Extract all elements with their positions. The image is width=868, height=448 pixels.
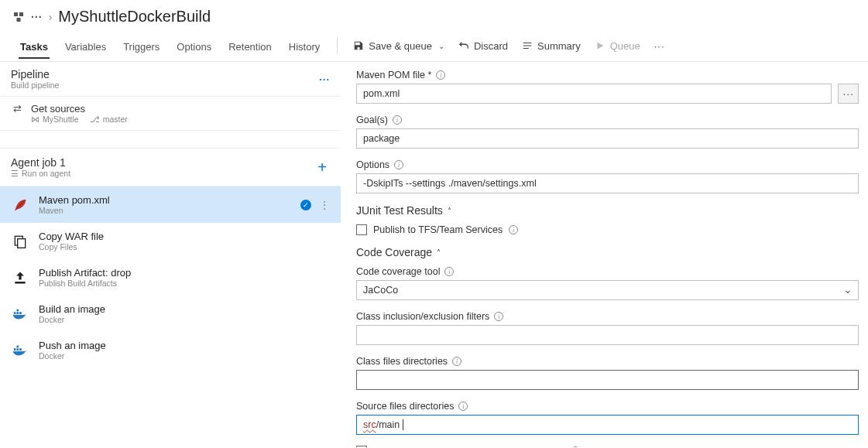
agent-list-icon: ☰	[11, 169, 19, 178]
source-dirs-input[interactable]: src/main	[356, 415, 859, 435]
tabs-bar: Tasks Variables Triggers Options Retenti…	[0, 30, 868, 61]
discard-label: Discard	[474, 40, 508, 52]
info-icon[interactable]: i	[436, 70, 445, 80]
task-push-image[interactable]: Push an image Docker	[0, 332, 341, 368]
feather-icon	[11, 196, 29, 214]
class-filters-input[interactable]	[356, 325, 859, 345]
pipeline-menu-button[interactable]: ···	[319, 74, 330, 85]
undo-icon	[458, 40, 469, 51]
class-dirs-input[interactable]	[356, 370, 859, 390]
class-dirs-label: Class files directories	[356, 356, 448, 367]
info-icon[interactable]: i	[444, 267, 454, 276]
docker-icon	[11, 305, 29, 323]
chevron-up-icon: ˄	[448, 207, 451, 215]
repo-chip: ⋈MyShuttle	[31, 115, 79, 124]
tab-tasks[interactable]: Tasks	[12, 33, 56, 59]
svg-rect-1	[19, 12, 23, 16]
publish-tfs-checkbox[interactable]	[356, 224, 367, 235]
coverage-tool-select[interactable]: JaCoCo	[356, 280, 859, 300]
get-sources-node[interactable]: ⇄ Get sources ⋈MyShuttle ⎇master	[0, 97, 341, 131]
breadcrumb-more-icon[interactable]: ···	[31, 11, 43, 23]
publish-tfs-label: Publish to TFS/Team Services	[373, 224, 503, 235]
summary-label: Summary	[537, 40, 581, 52]
source-dirs-label: Source files directories	[356, 401, 454, 412]
info-icon[interactable]: i	[452, 357, 461, 366]
goals-label: Goal(s)	[356, 115, 388, 125]
structure-gap	[0, 131, 341, 148]
play-icon	[595, 40, 606, 51]
task-publish-artifact[interactable]: Publish Artifact: drop Publish Build Art…	[0, 259, 341, 296]
vsts-icon: ⋈	[31, 115, 39, 124]
task-subtitle: Publish Build Artifacts	[39, 279, 131, 288]
svg-rect-8	[19, 312, 22, 314]
tab-retention[interactable]: Retention	[221, 33, 280, 59]
discard-button[interactable]: Discard	[452, 37, 514, 55]
summary-button[interactable]: Summary	[516, 37, 587, 55]
chevron-right-icon: ›	[49, 11, 53, 23]
info-icon[interactable]: i	[458, 402, 468, 411]
queue-label: Queue	[610, 40, 640, 52]
queue-button[interactable]: Queue	[588, 37, 647, 55]
task-subtitle: Maven	[39, 206, 110, 215]
agent-job-title: Agent job 1	[11, 156, 70, 169]
svg-rect-5	[15, 282, 25, 284]
agent-job-node[interactable]: Agent job 1 ☰Run on agent +	[0, 148, 341, 186]
task-build-image[interactable]: Build an image Docker	[0, 296, 341, 332]
info-icon[interactable]: i	[393, 115, 402, 125]
svg-rect-4	[18, 238, 26, 248]
tab-variables[interactable]: Variables	[57, 33, 114, 59]
pipeline-root-icon[interactable]	[12, 11, 25, 23]
options-label: Options	[356, 159, 389, 170]
task-subtitle: Docker	[39, 315, 105, 324]
add-task-button[interactable]: +	[314, 159, 330, 176]
upload-icon	[11, 268, 29, 287]
svg-rect-7	[16, 312, 19, 314]
junit-section-header[interactable]: JUnit Test Results˄	[356, 204, 859, 217]
info-icon[interactable]: i	[571, 446, 580, 447]
field-goals: Goal(s) i	[356, 115, 859, 149]
agent-job-subtitle: ☰Run on agent	[11, 169, 70, 178]
svg-rect-2	[17, 18, 21, 22]
field-source-dirs: Source files directories i src/main	[356, 401, 859, 435]
pipeline-structure-pane: Pipeline Build pipeline ··· ⇄ Get source…	[0, 62, 341, 447]
svg-rect-10	[14, 348, 16, 351]
info-icon[interactable]: i	[509, 225, 518, 234]
coverage-section-header[interactable]: Code Coverage˄	[356, 246, 859, 258]
svg-rect-12	[19, 348, 22, 351]
browse-button[interactable]: ···	[838, 84, 859, 104]
drag-handle-icon[interactable]: ⋮	[319, 199, 330, 211]
get-sources-label: Get sources	[31, 103, 85, 115]
save-icon	[353, 40, 364, 51]
class-filters-label: Class inclusion/exclusion filters	[356, 311, 489, 322]
pom-file-input[interactable]	[356, 84, 832, 104]
goals-input[interactable]	[356, 128, 859, 149]
text-cursor	[400, 419, 403, 430]
options-input[interactable]	[356, 173, 859, 193]
fail-missing-label: Fail when code coverage results are miss…	[373, 446, 564, 447]
task-title: Publish Artifact: drop	[39, 267, 131, 279]
pipeline-node[interactable]: Pipeline Build pipeline ···	[0, 62, 341, 97]
tab-triggers[interactable]: Triggers	[115, 33, 167, 59]
tab-history[interactable]: History	[281, 33, 328, 59]
more-actions-button[interactable]: ···	[648, 37, 671, 55]
task-subtitle: Docker	[39, 351, 106, 361]
pipeline-subtitle: Build pipeline	[11, 80, 59, 90]
task-maven[interactable]: Maven pom.xml Maven ✓ ⋮	[0, 186, 341, 223]
svg-rect-6	[14, 312, 16, 314]
task-title: Copy WAR file	[39, 231, 104, 242]
info-icon[interactable]: i	[394, 160, 403, 169]
task-details-pane: Maven POM file * i ··· Goal(s) i Options…	[341, 62, 868, 447]
task-copy-war[interactable]: Copy WAR file Copy Files	[0, 223, 341, 259]
field-pom-file: Maven POM file * i ···	[356, 70, 859, 104]
pom-label: Maven POM file *	[356, 70, 431, 80]
task-title: Build an image	[39, 303, 105, 315]
svg-rect-0	[14, 12, 18, 16]
save-and-queue-label: Save & queue	[369, 40, 432, 52]
info-icon[interactable]: i	[494, 312, 503, 321]
task-title: Push an image	[39, 340, 106, 351]
branch-chip: ⎇master	[90, 115, 128, 124]
tab-options[interactable]: Options	[169, 33, 219, 59]
task-subtitle: Copy Files	[39, 242, 104, 251]
fail-missing-checkbox[interactable]	[356, 446, 367, 447]
save-and-queue-button[interactable]: Save & queue ⌄	[347, 37, 451, 55]
